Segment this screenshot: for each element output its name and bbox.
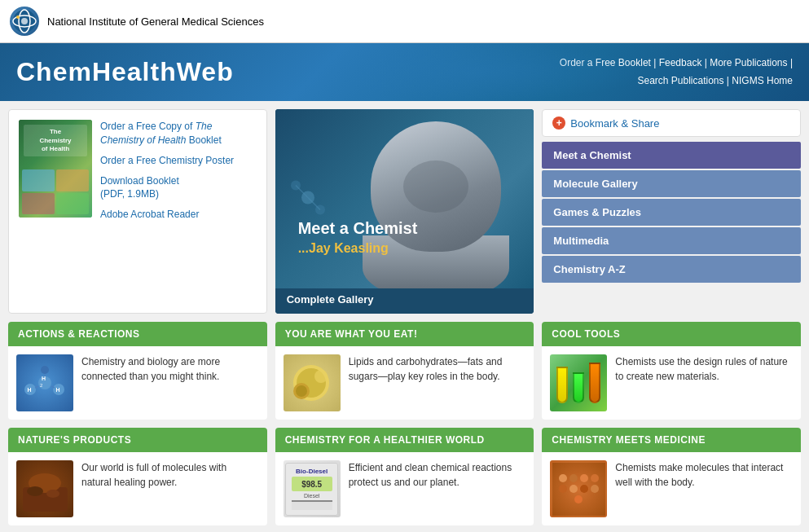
svg-text:H: H bbox=[56, 387, 60, 393]
svg-text:H: H bbox=[28, 387, 32, 393]
actions-reactions-body: H 2 H H Chemistry and biology are more c… bbox=[8, 346, 267, 420]
svg-point-24 bbox=[296, 385, 307, 397]
healthier-world-card: CHEMISTRY FOR A HEALTHIER WORLD Bio-Dies… bbox=[275, 428, 534, 525]
chemist-gallery: Complete Gallery bbox=[275, 288, 534, 314]
you-are-what-header: YOU ARE WHAT YOU EAT! bbox=[275, 322, 534, 346]
meets-medicine-text: Chemists make molecules that interact we… bbox=[615, 460, 793, 490]
header-links-line2: Search Publications | NIGMS Home bbox=[560, 73, 793, 90]
section-row-2: NATURE'S PRODUCTS Our world is full of m… bbox=[8, 428, 801, 525]
dot-6 bbox=[569, 485, 578, 493]
meet-chemist-label: Meet a Chemist bbox=[298, 219, 418, 238]
dot-7 bbox=[580, 485, 588, 493]
top-bar: National Institute of General Medical Sc… bbox=[0, 0, 809, 43]
complete-gallery-link[interactable]: Complete Gallery bbox=[287, 293, 374, 306]
nav-item-molecule-gallery[interactable]: Molecule Gallery bbox=[542, 170, 801, 197]
natures-products-card: NATURE'S PRODUCTS Our world is full of m… bbox=[8, 428, 267, 525]
molecule-dots bbox=[552, 463, 605, 516]
natures-products-body: Our world is full of molecules with natu… bbox=[8, 452, 267, 525]
tube-green bbox=[573, 372, 584, 403]
actions-reactions-card: ACTIONS & REACTIONS H 2 H H bbox=[8, 322, 267, 420]
nav-panel: + Bookmark & Share Meet a Chemist Molecu… bbox=[542, 109, 801, 314]
dot-9 bbox=[574, 495, 583, 503]
healthier-world-icon: Bio-Diesel $98.5 Diesel bbox=[284, 460, 341, 517]
actions-reactions-header: ACTIONS & REACTIONS bbox=[8, 322, 267, 346]
booklet-links: Order a Free Copy of The Chemistry of He… bbox=[100, 120, 257, 303]
you-are-what-body: Lipids and carbohydrates—fats and sugars… bbox=[275, 346, 534, 420]
actions-reactions-text: Chemistry and biology are more connected… bbox=[81, 354, 259, 384]
cool-tools-body: Chemists use the design rules of nature … bbox=[542, 346, 801, 420]
dot-5 bbox=[559, 485, 567, 493]
healthier-world-header: CHEMISTRY FOR A HEALTHIER WORLD bbox=[275, 428, 534, 452]
dot-3 bbox=[580, 474, 588, 482]
svg-point-29 bbox=[46, 490, 59, 498]
svg-point-28 bbox=[27, 486, 43, 496]
cool-tools-text: Chemists use the design rules of nature … bbox=[615, 354, 793, 384]
nav-item-chemistry-az[interactable]: Chemistry A-Z bbox=[542, 256, 801, 283]
cool-tools-icon bbox=[550, 354, 607, 411]
svg-point-25 bbox=[314, 370, 328, 383]
you-are-what-card: YOU ARE WHAT YOU EAT! Lipids and carbohy… bbox=[275, 322, 534, 420]
booklet-panel: TheChemistryof Health Order a Free Copy … bbox=[8, 109, 267, 314]
natures-products-header: NATURE'S PRODUCTS bbox=[8, 428, 267, 452]
chemist-panel: Meet a Chemist ...Jay Keasling Complete … bbox=[275, 109, 534, 314]
svg-text:H: H bbox=[42, 376, 46, 381]
main-content: TheChemistryof Health Order a Free Copy … bbox=[0, 101, 809, 532]
bookmark-plus-icon: + bbox=[552, 117, 565, 130]
cool-tools-card: COOL TOOLS Chemists use the design rules… bbox=[542, 322, 801, 420]
free-copy-link[interactable]: Order a Free Copy of The Chemistry of He… bbox=[100, 120, 257, 147]
meets-medicine-card: CHEMISTRY MEETS MEDICINE Che bbox=[542, 428, 801, 525]
nav-menu: Meet a Chemist Molecule Gallery Games & … bbox=[542, 142, 801, 283]
org-name: National Institute of General Medical Sc… bbox=[47, 15, 264, 28]
svg-line-17 bbox=[35, 386, 38, 388]
dot-1 bbox=[559, 474, 567, 482]
dot-2 bbox=[569, 474, 578, 482]
section-row-1: ACTIONS & REACTIONS H 2 H H bbox=[8, 322, 801, 420]
you-are-what-text: Lipids and carbohydrates—fats and sugars… bbox=[349, 354, 526, 384]
download-booklet-link[interactable]: Download Booklet(PDF, 1.9MB) bbox=[100, 174, 257, 202]
nav-item-meet-chemist[interactable]: Meet a Chemist bbox=[542, 142, 801, 169]
healthier-world-text: Efficient and clean chemical reactions p… bbox=[349, 460, 526, 490]
healthier-world-body: Bio-Diesel $98.5 Diesel Efficient and cl… bbox=[275, 452, 534, 525]
tube-orange bbox=[589, 363, 600, 403]
chemist-image-area: Meet a Chemist ...Jay Keasling bbox=[275, 109, 534, 288]
natures-products-text: Our world is full of molecules with natu… bbox=[81, 460, 259, 490]
meets-medicine-icon bbox=[550, 460, 607, 517]
cool-tools-header: COOL TOOLS bbox=[542, 322, 801, 346]
dot-4 bbox=[591, 474, 599, 482]
top-content-grid: TheChemistryof Health Order a Free Copy … bbox=[8, 109, 801, 314]
header-links: Order a Free Booklet | Feedback | More P… bbox=[560, 55, 793, 90]
nav-item-games-puzzles[interactable]: Games & Puzzles bbox=[542, 199, 801, 226]
header-links-line1: Order a Free Booklet | Feedback | More P… bbox=[560, 55, 793, 73]
meets-medicine-header: CHEMISTRY MEETS MEDICINE bbox=[542, 428, 801, 452]
acrobat-link[interactable]: Adobe Acrobat Reader bbox=[100, 208, 257, 222]
tube-yellow bbox=[556, 367, 568, 403]
actions-reactions-icon: H 2 H H bbox=[16, 354, 73, 411]
site-header: ChemHealthWeb Order a Free Booklet | Fee… bbox=[0, 43, 809, 101]
bookmark-share-link[interactable]: Bookmark & Share bbox=[570, 117, 659, 130]
test-tubes bbox=[550, 356, 607, 410]
svg-point-4 bbox=[16, 15, 20, 19]
you-are-what-icon bbox=[284, 354, 341, 411]
booklet-image: TheChemistryof Health bbox=[19, 120, 92, 218]
natures-products-icon bbox=[16, 460, 73, 517]
bookmark-bar: + Bookmark & Share bbox=[542, 109, 801, 137]
chemist-name: ...Jay Keasling bbox=[298, 241, 418, 256]
meets-medicine-body: Chemists make molecules that interact we… bbox=[542, 452, 801, 525]
svg-point-19 bbox=[41, 366, 49, 374]
free-poster-link[interactable]: Order a Free Chemistry Poster bbox=[100, 154, 257, 168]
nav-item-multimedia[interactable]: Multimedia bbox=[542, 227, 801, 254]
site-title: ChemHealthWeb bbox=[16, 57, 234, 87]
nigms-logo bbox=[10, 7, 39, 36]
svg-point-3 bbox=[21, 18, 28, 24]
dot-8 bbox=[591, 485, 599, 493]
